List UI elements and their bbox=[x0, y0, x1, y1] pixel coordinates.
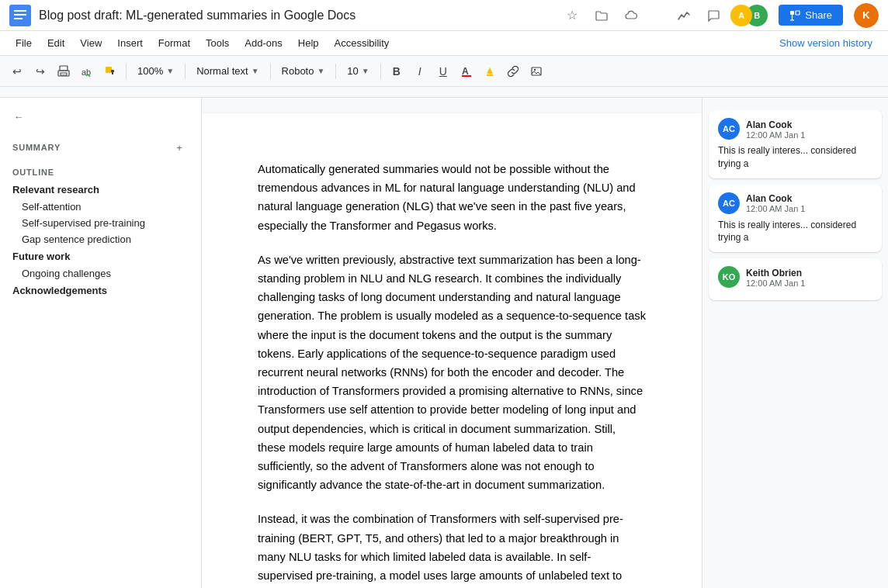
comment-text-2: This is really interes... considered try… bbox=[718, 219, 872, 245]
italic-button[interactable]: I bbox=[409, 61, 431, 82]
insert-image-button[interactable] bbox=[526, 61, 547, 82]
title-bar: Blog post draft: ML-generated summaries … bbox=[0, 0, 888, 31]
outline-item-gap-sentence[interactable]: Gap sentence prediction bbox=[0, 231, 201, 247]
user-avatar[interactable]: K bbox=[854, 3, 879, 28]
style-arrow-icon: ▼ bbox=[251, 67, 259, 75]
comment-author-info-3: Keith Obrien 12:00 AM Jan 1 bbox=[746, 267, 805, 288]
comment-avatar-1: AC bbox=[718, 118, 740, 140]
comment-author-3: Keith Obrien bbox=[746, 268, 802, 278]
summary-label: SUMMARY bbox=[12, 143, 61, 152]
svg-rect-10 bbox=[61, 73, 67, 75]
menu-addons[interactable]: Add-ons bbox=[238, 34, 288, 52]
comment-avatar-3: KO bbox=[718, 266, 740, 288]
outline-item-acknowledgements[interactable]: Acknowledgements bbox=[0, 282, 201, 299]
comment-time-3: 12:00 AM Jan 1 bbox=[746, 278, 805, 288]
comment-icon[interactable] bbox=[701, 3, 726, 28]
document-page: Automatically generated summaries would … bbox=[202, 113, 702, 588]
print-button[interactable] bbox=[53, 61, 75, 82]
paint-format-button[interactable] bbox=[99, 61, 121, 82]
zoom-arrow-icon: ▼ bbox=[166, 67, 174, 75]
doc-title: Blog post draft: ML-generated summaries … bbox=[39, 9, 560, 22]
outline-item-self-attention[interactable]: Self-attention bbox=[0, 199, 201, 215]
menu-tools[interactable]: Tools bbox=[199, 34, 235, 52]
underline-button[interactable]: U bbox=[432, 61, 454, 82]
back-button[interactable]: ← bbox=[6, 104, 31, 129]
ruler bbox=[0, 87, 888, 98]
document-container[interactable]: Automatically generated summaries would … bbox=[202, 98, 702, 588]
toolbar-separator-1 bbox=[126, 64, 127, 79]
size-arrow-icon: ▼ bbox=[362, 67, 369, 75]
main-layout: ← SUMMARY + OUTLINE Relevant research Se… bbox=[0, 98, 888, 588]
font-family-dropdown[interactable]: Roboto ▼ bbox=[276, 61, 331, 82]
outline-item-future-work[interactable]: Future work bbox=[0, 247, 201, 265]
outline-item-ongoing-challenges[interactable]: Ongoing challenges bbox=[0, 265, 201, 282]
svg-rect-12 bbox=[106, 67, 112, 73]
menu-edit[interactable]: Edit bbox=[41, 34, 71, 52]
svg-rect-14 bbox=[462, 75, 471, 77]
comment-card-1[interactable]: AC Alan Cook 12:00 AM Jan 1 This is real… bbox=[709, 110, 882, 178]
svg-rect-5 bbox=[796, 11, 800, 15]
comment-time-1: 12:00 AM Jan 1 bbox=[746, 130, 805, 140]
menu-accessibility[interactable]: Accessibility bbox=[328, 34, 396, 52]
font-arrow-icon: ▼ bbox=[317, 67, 324, 75]
sidebar: ← SUMMARY + OUTLINE Relevant research Se… bbox=[0, 98, 202, 588]
svg-rect-8 bbox=[60, 66, 68, 71]
doc-paragraph-3[interactable]: Instead, it was the combination of Trans… bbox=[258, 510, 646, 588]
zoom-dropdown[interactable]: 100% ▼ bbox=[131, 61, 180, 82]
comment-author-1: Alan Cook bbox=[746, 119, 792, 130]
sidebar-outline-header: OUTLINE bbox=[0, 160, 201, 181]
undo-button[interactable]: ↩ bbox=[6, 61, 28, 82]
content-area: Automatically generated summaries would … bbox=[202, 98, 888, 588]
comment-author-info-1: Alan Cook 12:00 AM Jan 1 bbox=[746, 119, 805, 140]
share-button[interactable]: Share bbox=[779, 5, 843, 26]
avatar-user1: A bbox=[730, 5, 752, 26]
font-size-dropdown[interactable]: 10 ▼ bbox=[341, 61, 375, 82]
comment-header-2: AC Alan Cook 12:00 AM Jan 1 bbox=[718, 192, 872, 214]
comment-card-3[interactable]: KO Keith Obrien 12:00 AM Jan 1 bbox=[709, 258, 882, 300]
svg-point-17 bbox=[534, 68, 536, 70]
bold-button[interactable]: B bbox=[386, 61, 408, 82]
text-color-button[interactable]: A bbox=[456, 61, 477, 82]
comments-panel: AC Alan Cook 12:00 AM Jan 1 This is real… bbox=[702, 98, 888, 588]
outline-item-relevant-research[interactable]: Relevant research bbox=[0, 181, 201, 199]
user-avatar-img: K bbox=[854, 3, 879, 28]
svg-text:A: A bbox=[462, 66, 469, 77]
add-summary-button[interactable]: + bbox=[170, 138, 189, 157]
link-button[interactable] bbox=[502, 61, 524, 82]
star-icon[interactable]: ☆ bbox=[560, 3, 584, 28]
text-style-dropdown[interactable]: Normal text ▼ bbox=[190, 61, 265, 82]
svg-rect-2 bbox=[14, 14, 26, 16]
folder-icon[interactable] bbox=[589, 3, 614, 28]
outline-item-self-supervised[interactable]: Self-supervised pre-training bbox=[0, 215, 201, 231]
comment-text-1: This is really interes... considered try… bbox=[718, 144, 872, 171]
menu-format[interactable]: Format bbox=[152, 34, 196, 52]
title-icons: ☆ A B Share K bbox=[560, 3, 879, 28]
svg-rect-3 bbox=[14, 18, 23, 19]
toolbar-separator-5 bbox=[380, 64, 381, 79]
svg-rect-15 bbox=[487, 74, 493, 76]
menu-insert[interactable]: Insert bbox=[111, 34, 149, 52]
app-icon[interactable] bbox=[9, 5, 31, 26]
toolbar-separator-3 bbox=[270, 64, 271, 79]
svg-rect-1 bbox=[14, 10, 26, 12]
menu-view[interactable]: View bbox=[74, 34, 108, 52]
trending-icon[interactable] bbox=[671, 3, 696, 28]
doc-paragraph-1[interactable]: Automatically generated summaries would … bbox=[258, 160, 646, 235]
spellcheck-button[interactable]: ab bbox=[76, 61, 98, 82]
share-label: Share bbox=[805, 9, 832, 21]
show-version-history[interactable]: Show version history bbox=[773, 34, 879, 52]
svg-rect-4 bbox=[790, 11, 794, 15]
cloud-icon[interactable] bbox=[619, 3, 643, 28]
highlight-button[interactable] bbox=[479, 61, 501, 82]
comment-header-3: KO Keith Obrien 12:00 AM Jan 1 bbox=[718, 266, 872, 288]
comment-author-info-2: Alan Cook 12:00 AM Jan 1 bbox=[746, 192, 805, 213]
comment-header-1: AC Alan Cook 12:00 AM Jan 1 bbox=[718, 118, 872, 140]
comment-author-2: Alan Cook bbox=[746, 193, 792, 204]
menu-file[interactable]: File bbox=[9, 34, 38, 52]
comment-time-2: 12:00 AM Jan 1 bbox=[746, 204, 805, 213]
menu-help[interactable]: Help bbox=[292, 34, 325, 52]
doc-paragraph-2[interactable]: As we've written previously, abstractive… bbox=[258, 251, 646, 495]
comment-card-2[interactable]: AC Alan Cook 12:00 AM Jan 1 This is real… bbox=[709, 185, 882, 253]
redo-button[interactable]: ↪ bbox=[29, 61, 51, 82]
toolbar: ↩ ↪ ab 100% ▼ Normal text ▼ Roboto ▼ 10 … bbox=[0, 56, 888, 87]
